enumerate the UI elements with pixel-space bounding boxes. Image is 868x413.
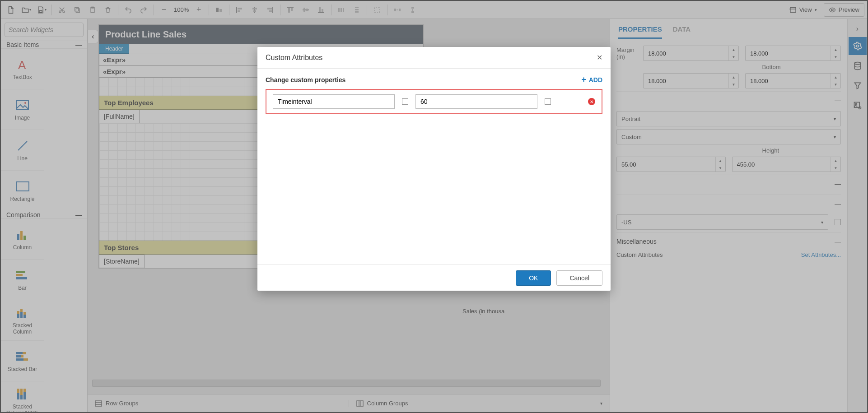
ok-button[interactable]: OK [516,270,551,286]
delete-row-icon[interactable]: ✕ [588,98,595,105]
attribute-key-input[interactable] [273,94,395,109]
attribute-value-input[interactable] [415,94,537,109]
dialog-subtitle: Change custom properties [266,76,345,84]
close-icon[interactable]: ✕ [597,53,602,62]
modal-overlay: Custom Attributes ✕ Change custom proper… [0,0,868,413]
attribute-checkbox-1[interactable] [402,98,408,105]
add-attribute-button[interactable]: + ADD [581,75,602,84]
attribute-row: ✕ [266,89,602,114]
dialog-title: Custom Attributes [266,54,322,62]
attribute-checkbox-2[interactable] [545,98,551,105]
custom-attributes-dialog: Custom Attributes ✕ Change custom proper… [257,47,611,291]
cancel-button[interactable]: Cancel [556,270,602,286]
